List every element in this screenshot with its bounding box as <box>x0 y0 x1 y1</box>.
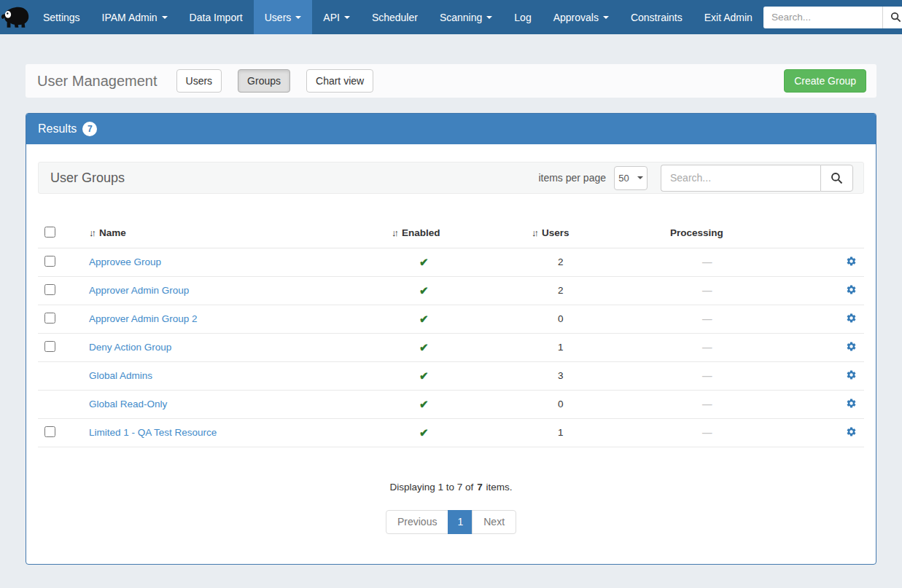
column-label-name[interactable]: Name <box>99 227 126 238</box>
row-settings-button[interactable] <box>846 284 857 295</box>
chevron-down-icon <box>603 16 609 19</box>
processing-cell: — <box>665 361 793 390</box>
table-search-group <box>661 165 853 192</box>
row-settings-button[interactable] <box>846 426 857 437</box>
search-icon <box>831 172 843 184</box>
gear-icon[interactable] <box>846 369 857 380</box>
nav-item-ipam-admin[interactable]: IPAM Admin <box>91 0 179 34</box>
create-group-button[interactable]: Create Group <box>784 69 866 93</box>
column-label-enabled[interactable]: Enabled <box>402 227 440 238</box>
nav-item-exit-admin[interactable]: Exit Admin <box>693 0 763 34</box>
enabled-check-icon: ✔ <box>419 398 429 410</box>
select-all-checkbox[interactable] <box>44 227 55 238</box>
processing-dash: — <box>702 370 712 381</box>
navbar-search-input[interactable] <box>763 7 882 28</box>
column-header-check <box>38 219 81 248</box>
row-checkbox-cell <box>38 305 81 333</box>
processing-cell: — <box>665 248 793 276</box>
nav-item-data-import[interactable]: Data Import <box>179 0 254 34</box>
users-count: 1 <box>529 333 665 361</box>
column-label-users[interactable]: Users <box>542 227 569 238</box>
tab-chart-view[interactable]: Chart view <box>306 69 373 93</box>
actions-cell <box>793 390 864 418</box>
gear-icon[interactable] <box>846 398 857 409</box>
pagination-page-1[interactable]: 1 <box>448 510 473 534</box>
nav-item-constraints[interactable]: Constraints <box>620 0 693 34</box>
group-name-cell: Global Admins <box>81 361 386 390</box>
row-settings-button[interactable] <box>846 398 857 409</box>
group-link-global-read-only[interactable]: Global Read-Only <box>89 399 167 409</box>
nav-item-settings[interactable]: Settings <box>32 0 91 34</box>
actions-cell <box>793 418 864 447</box>
enabled-cell: ✔ <box>386 390 529 418</box>
users-count: 1 <box>529 418 665 447</box>
table-search-input[interactable] <box>661 165 820 192</box>
enabled-cell: ✔ <box>386 248 529 276</box>
table-title: User Groups <box>50 170 125 186</box>
summary-suffix: items. <box>486 482 512 493</box>
group-link-global-admins[interactable]: Global Admins <box>89 370 152 381</box>
pagination-previous[interactable]: Previous <box>386 510 448 534</box>
column-header-actions <box>793 219 864 248</box>
summary-total: 7 <box>477 482 483 493</box>
nav-item-api[interactable]: API <box>312 0 361 34</box>
group-name-cell: Approver Admin Group 2 <box>81 305 386 333</box>
enabled-cell: ✔ <box>386 333 529 361</box>
row-checkbox-cell <box>38 361 81 390</box>
row-checkbox-cell <box>38 390 81 418</box>
navbar-search-button[interactable] <box>882 7 902 28</box>
row-settings-button[interactable] <box>846 256 857 267</box>
page-header: User Management UsersGroupsChart view Cr… <box>26 64 876 98</box>
summary-prefix: Displaying 1 to 7 of <box>390 482 474 493</box>
nav-item-scanning[interactable]: Scanning <box>429 0 503 34</box>
group-link-limited-1-qa-test-resource[interactable]: Limited 1 - QA Test Resource <box>89 427 217 438</box>
row-settings-button[interactable] <box>846 341 857 352</box>
enabled-cell: ✔ <box>386 361 529 390</box>
nav-item-approvals[interactable]: Approvals <box>543 0 620 34</box>
items-per-page-select[interactable]: 50 <box>614 166 648 190</box>
enabled-check-icon: ✔ <box>419 256 429 268</box>
group-name-cell: Global Read-Only <box>81 390 386 418</box>
row-checkbox[interactable] <box>44 426 55 437</box>
nav-item-log[interactable]: Log <box>503 0 542 34</box>
sort-icon[interactable]: ↓↑ <box>89 227 94 238</box>
nav-item-scheduler[interactable]: Scheduler <box>361 0 429 34</box>
gear-icon[interactable] <box>846 341 857 352</box>
table-search-button[interactable] <box>820 165 853 192</box>
gear-icon[interactable] <box>846 313 857 324</box>
pagination: Previous 1 Next <box>38 510 864 534</box>
sort-icon[interactable]: ↓↑ <box>532 227 537 238</box>
row-settings-button[interactable] <box>846 369 857 380</box>
group-link-approvee-group[interactable]: Approvee Group <box>89 256 161 267</box>
users-count: 0 <box>529 305 665 333</box>
group-link-deny-action-group[interactable]: Deny Action Group <box>89 342 171 353</box>
column-header-enabled: ↓↑Enabled <box>386 219 529 248</box>
top-navbar: SettingsIPAM AdminData ImportUsersAPISch… <box>0 0 902 34</box>
tab-users[interactable]: Users <box>176 69 222 93</box>
group-link-approver-admin-group-2[interactable]: Approver Admin Group 2 <box>89 313 198 324</box>
group-link-approver-admin-group[interactable]: Approver Admin Group <box>89 285 189 296</box>
tab-groups[interactable]: Groups <box>238 69 290 93</box>
group-name-cell: Limited 1 - QA Test Resource <box>81 418 386 447</box>
processing-cell: — <box>665 305 793 333</box>
row-checkbox[interactable] <box>44 284 55 295</box>
search-icon <box>890 12 901 23</box>
table-row: Global Read-Only✔0— <box>38 390 864 418</box>
processing-cell: — <box>665 418 793 447</box>
gear-icon[interactable] <box>846 256 857 267</box>
nav-menu: SettingsIPAM AdminData ImportUsersAPISch… <box>32 0 763 34</box>
elephant-logo[interactable] <box>0 0 32 34</box>
gear-icon[interactable] <box>846 426 857 437</box>
row-checkbox[interactable] <box>44 313 55 324</box>
sort-icon[interactable]: ↓↑ <box>392 227 397 238</box>
actions-cell <box>793 276 864 305</box>
row-settings-button[interactable] <box>846 313 857 324</box>
group-name-cell: Approvee Group <box>81 248 386 276</box>
processing-dash: — <box>702 342 712 353</box>
view-toggle-group: UsersGroupsChart view <box>176 69 374 93</box>
row-checkbox[interactable] <box>44 256 55 267</box>
gear-icon[interactable] <box>846 284 857 295</box>
pagination-next[interactable]: Next <box>472 510 516 534</box>
row-checkbox[interactable] <box>44 341 55 352</box>
nav-item-users[interactable]: Users <box>254 0 313 34</box>
